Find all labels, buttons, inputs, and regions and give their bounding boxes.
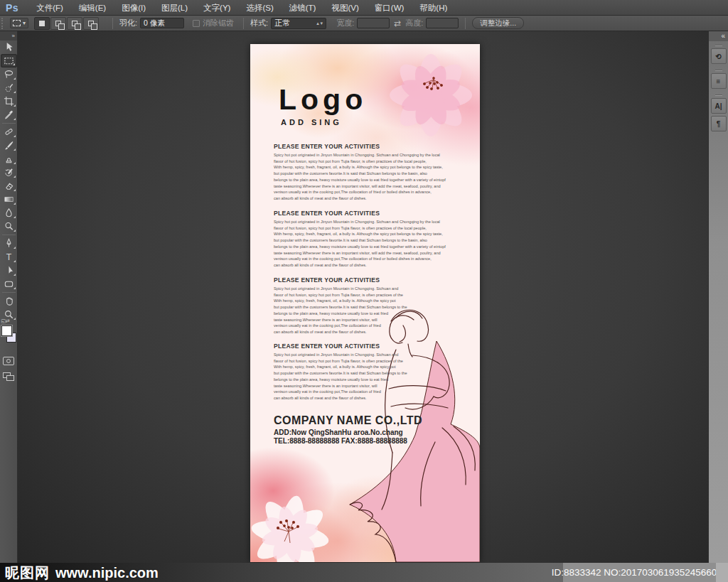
swap-dimensions-icon[interactable]: ⇄ [394, 18, 401, 28]
subtract-selection-icon [72, 21, 77, 26]
gradient-tool[interactable] [1, 193, 17, 206]
menu-item-window[interactable]: 窗口(W) [367, 0, 412, 16]
canvas-workspace[interactable]: Logo ADD SING PLEASE ENTER YOUR ACTIVITI… [18, 31, 708, 563]
eraser-tool[interactable] [1, 179, 17, 193]
shape-tool[interactable] [1, 277, 17, 291]
new-selection-icon [39, 21, 45, 26]
menu-item-layer[interactable]: 图层(L) [154, 0, 196, 16]
document-canvas[interactable]: Logo ADD SING PLEASE ENTER YOUR ACTIVITI… [250, 44, 480, 562]
poster-logo-text: Logo [279, 85, 367, 114]
quick-selection-tool[interactable] [1, 81, 17, 95]
site-watermark: 昵图网www.nipic.com [5, 564, 159, 582]
history-brush-tool[interactable] [1, 166, 17, 179]
menu-item-view[interactable]: 视图(V) [323, 0, 366, 16]
activity-heading: PLEASE ENTER YOUR ACTIVITIES [274, 343, 427, 350]
company-phone: TEL:8888-88888888 FAX:8888-88888888 [274, 437, 422, 445]
crop-tool[interactable] [1, 95, 17, 108]
panel-grip [715, 70, 722, 71]
activity-section-3: PLEASE ENTER YOUR ACTIVITIES Spicy hot p… [274, 276, 427, 335]
company-address: ADD:Now QingShanHu aroa.No.chang [274, 429, 422, 436]
photoshop-logo: Ps [6, 2, 18, 14]
add-to-selection-button[interactable] [50, 17, 66, 30]
intersect-selection-button[interactable] [83, 17, 99, 30]
eyedropper-tool[interactable] [1, 108, 17, 122]
menu-bar: Ps 文件(F) 编辑(E) 图像(I) 图层(L) 文字(Y) 选择(S) 滤… [0, 0, 728, 16]
style-label: 样式: [250, 18, 268, 28]
dodge-tool[interactable] [1, 220, 17, 233]
character-panel-icon[interactable]: A| [711, 98, 727, 114]
style-select-value: 正常 [274, 18, 290, 28]
default-colors-icon[interactable]: ◱⇄ [1, 318, 10, 324]
menu-item-edit[interactable]: 编辑(E) [71, 0, 114, 16]
height-label: 高度: [405, 18, 423, 28]
intersect-selection-icon [88, 21, 94, 26]
image-id-text: ID:8833342 NO:20170306193524566000 [552, 567, 728, 578]
healing-brush-tool[interactable] [1, 125, 17, 139]
pen-tool[interactable] [1, 237, 17, 250]
new-selection-button[interactable] [34, 17, 50, 30]
antialias-checkbox[interactable] [193, 20, 200, 27]
move-tool[interactable] [1, 41, 17, 54]
activity-body: Spicy hot pot originated in Jinyun Mount… [274, 352, 427, 402]
collapse-dock-icon[interactable]: « [709, 31, 728, 41]
height-input[interactable] [426, 18, 459, 28]
path-selection-tool[interactable] [1, 264, 17, 277]
quick-mask-icon [6, 359, 11, 363]
quick-mask-button[interactable] [3, 357, 14, 365]
activity-section-1: PLEASE ENTER YOUR ACTIVITIES Spicy hot p… [274, 143, 453, 202]
company-name: COMPANY NAME CO.,LTD [274, 414, 422, 427]
style-select[interactable]: 正常 ▴ ▾ [271, 18, 326, 29]
paragraph-panel-icon[interactable]: ¶ [711, 116, 727, 131]
menu-item-file[interactable]: 文件(F) [28, 0, 71, 16]
adjustments-panel-icon[interactable]: ≡ [711, 73, 727, 89]
image-id-badge: ID:8833342 NO:20170306193524566000 [563, 563, 716, 582]
selection-mode-buttons [34, 17, 99, 30]
menu-item-filter[interactable]: 滤镜(T) [282, 0, 324, 16]
activity-body: Spicy hot pot originated in Jinyun Mount… [274, 152, 453, 202]
subtract-selection-button[interactable] [67, 17, 82, 30]
feather-input[interactable] [140, 18, 184, 28]
options-bar-grip [1, 18, 6, 29]
select-arrows-icon: ▴ ▾ [316, 21, 323, 26]
chevron-down-icon: ▾ [23, 20, 26, 26]
screen-mode-button[interactable] [3, 372, 14, 381]
site-url: www.nipic.com [55, 565, 159, 581]
activity-heading: PLEASE ENTER YOUR ACTIVITIES [274, 210, 453, 217]
foreground-color-swatch[interactable] [1, 325, 12, 336]
tool-preset-picker[interactable]: ▾ [10, 18, 28, 28]
lasso-tool[interactable] [1, 68, 17, 81]
blur-tool[interactable] [1, 206, 17, 220]
site-name: 昵图网 [5, 565, 50, 581]
divider [112, 18, 113, 29]
activity-section-4: PLEASE ENTER YOUR ACTIVITIES Spicy hot p… [274, 343, 427, 402]
activity-body: Spicy hot pot originated in Jinyun Mount… [274, 219, 453, 269]
menu-item-select[interactable]: 选择(S) [238, 0, 281, 16]
panel-group: ≡ [709, 66, 728, 89]
flower-top-right-illustration [368, 45, 480, 145]
menu-item-help[interactable]: 帮助(H) [412, 0, 455, 16]
hand-tool[interactable] [1, 294, 17, 308]
refine-edge-button[interactable]: 调整边缘... [472, 17, 524, 29]
screen-mode-icon [6, 375, 14, 381]
history-panel-icon[interactable]: ⟲ [711, 48, 727, 64]
activity-section-2: PLEASE ENTER YOUR ACTIVITIES Spicy hot p… [274, 210, 453, 269]
brush-tool[interactable] [1, 139, 17, 152]
divider [465, 18, 466, 29]
add-selection-icon [55, 21, 61, 26]
id-badge-tail [716, 563, 728, 582]
width-input[interactable] [357, 18, 390, 28]
divider [2, 123, 16, 124]
panel-dock: « ⟲ ≡ A| ¶ [708, 31, 728, 563]
type-tool[interactable]: T [1, 250, 17, 264]
rectangular-marquee-tool[interactable] [1, 54, 17, 68]
feather-label: 羽化: [119, 18, 137, 28]
antialias-label: 消除锯齿 [203, 18, 234, 28]
menu-item-type[interactable]: 文字(Y) [196, 0, 238, 16]
menu-item-image[interactable]: 图像(I) [114, 0, 154, 16]
photoshop-window: Ps 文件(F) 编辑(E) 图像(I) 图层(L) 文字(Y) 选择(S) 滤… [0, 0, 728, 582]
width-label: 宽度: [336, 18, 354, 28]
company-info-block: COMPANY NAME CO.,LTD ADD:Now QingShanHu … [274, 414, 422, 445]
svg-text:T: T [6, 252, 11, 262]
clone-stamp-tool[interactable] [1, 152, 17, 166]
collapse-toolbar-icon[interactable]: » [0, 31, 17, 41]
